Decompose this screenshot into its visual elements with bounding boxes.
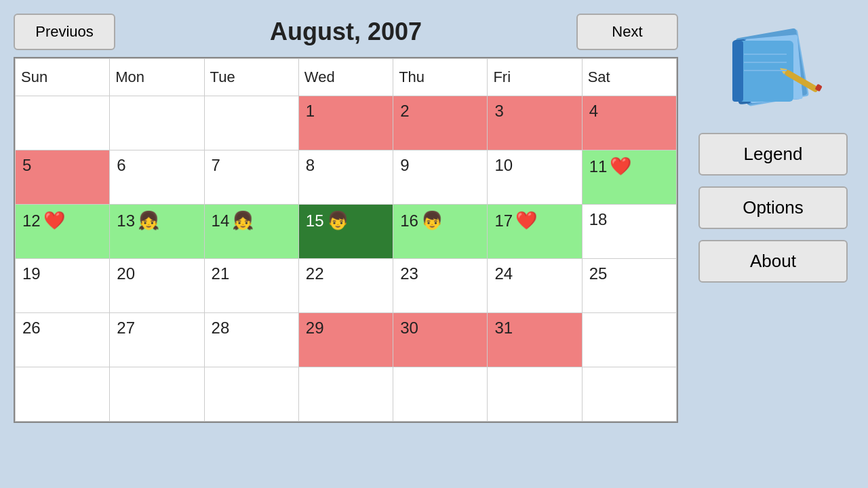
calendar-cell[interactable]: 29 <box>298 313 393 367</box>
calendar-cell[interactable]: 4 <box>582 96 676 150</box>
calendar-cell[interactable]: 25 <box>582 259 676 313</box>
day-number: 27 <box>117 319 135 338</box>
calendar-cell[interactable]: 17❤️ <box>488 205 582 259</box>
day-header-wed: Wed <box>298 59 393 96</box>
day-number: 13 <box>117 211 135 230</box>
calendar-cell <box>393 367 488 422</box>
day-number: 4 <box>589 102 598 121</box>
calendar-cell <box>298 367 393 422</box>
day-number: 15 <box>306 211 324 230</box>
day-number: 10 <box>494 156 513 175</box>
next-button[interactable]: Next <box>576 14 678 50</box>
day-number: 14 <box>212 211 230 230</box>
day-number: 19 <box>22 264 41 283</box>
day-number: 12 <box>22 211 41 230</box>
day-number: 1 <box>306 102 315 121</box>
calendar-cell[interactable]: 30 <box>393 313 488 367</box>
cell-icon: ❤️ <box>515 210 537 231</box>
day-number: 30 <box>400 319 418 338</box>
day-header-sat: Sat <box>582 59 676 96</box>
day-number: 28 <box>212 319 230 338</box>
calendar-section: Previuos August, 2007 Next SunMonTueWedT… <box>14 14 678 423</box>
day-header-fri: Fri <box>488 59 582 96</box>
day-header-tue: Tue <box>204 59 298 96</box>
calendar-cell[interactable]: 18 <box>582 205 676 259</box>
calendar-cell[interactable]: 14👧 <box>204 205 298 259</box>
day-number: 5 <box>22 156 31 175</box>
calendar-cell[interactable]: 23 <box>393 259 488 313</box>
calendar-cell[interactable]: 28 <box>204 313 298 367</box>
calendar-cell[interactable]: 22 <box>298 259 393 313</box>
calendar-cell[interactable]: 31 <box>488 313 582 367</box>
day-number: 26 <box>22 319 41 338</box>
calendar-cell[interactable]: 9 <box>393 150 488 205</box>
calendar-cell <box>110 367 204 422</box>
calendar-cell[interactable]: 20 <box>110 259 204 313</box>
day-number: 7 <box>212 156 220 175</box>
calendar-cell[interactable]: 13👧 <box>110 205 204 259</box>
calendar-cell <box>16 96 110 150</box>
day-header-thu: Thu <box>393 59 488 96</box>
calendar-cell <box>488 367 582 422</box>
day-number: 25 <box>589 264 608 283</box>
legend-button[interactable]: Legend <box>698 133 848 176</box>
day-number: 18 <box>589 210 608 229</box>
day-number: 20 <box>117 264 135 283</box>
cell-icon: ❤️ <box>610 156 631 177</box>
calendar-cell[interactable]: 2 <box>393 96 488 150</box>
day-header-mon: Mon <box>110 59 204 96</box>
calendar-cell <box>16 367 110 422</box>
calendar-cell[interactable]: 21 <box>204 259 298 313</box>
calendar-cell <box>110 96 204 150</box>
day-header-sun: Sun <box>16 59 110 96</box>
day-number: 11 <box>589 157 608 176</box>
calendar-cell[interactable]: 24 <box>488 259 582 313</box>
day-number: 22 <box>306 264 324 283</box>
cell-icon: 👦 <box>327 210 349 231</box>
day-number: 16 <box>400 211 418 230</box>
calendar-cell <box>204 96 298 150</box>
prev-button[interactable]: Previuos <box>14 14 115 50</box>
day-number: 31 <box>494 319 513 338</box>
day-number: 21 <box>212 264 230 283</box>
calendar-cell[interactable]: 19 <box>16 259 110 313</box>
day-number: 2 <box>400 102 409 121</box>
day-number: 8 <box>306 156 315 175</box>
cell-icon: 👧 <box>138 210 159 231</box>
month-title: August, 2007 <box>270 18 422 46</box>
calendar-header: Previuos August, 2007 Next <box>14 14 678 50</box>
right-panel: Legend Options About <box>692 14 854 283</box>
calendar-cell <box>582 367 676 422</box>
calendar-cell[interactable]: 5 <box>16 150 110 205</box>
cell-icon: ❤️ <box>43 210 65 231</box>
calendar-cell[interactable]: 7 <box>204 150 298 205</box>
calendar-cell[interactable]: 27 <box>110 313 204 367</box>
options-button[interactable]: Options <box>698 186 848 229</box>
calendar-cell[interactable]: 12❤️ <box>16 205 110 259</box>
calendar-cell[interactable]: 11❤️ <box>582 150 676 205</box>
calendar-cell[interactable]: 6 <box>110 150 204 205</box>
cell-icon: 👧 <box>232 210 254 231</box>
about-button[interactable]: About <box>698 240 848 283</box>
calendar-cell[interactable]: 1 <box>298 96 393 150</box>
calendar-grid: SunMonTueWedThuFriSat 1234567891011❤️12❤… <box>14 57 678 423</box>
book-icon <box>722 20 824 115</box>
day-number: 24 <box>494 264 513 283</box>
day-number: 3 <box>494 102 503 121</box>
calendar-cell <box>582 313 676 367</box>
day-number: 29 <box>306 319 324 338</box>
calendar-cell[interactable]: 10 <box>488 150 582 205</box>
calendar-cell <box>204 367 298 422</box>
day-number: 23 <box>400 264 418 283</box>
calendar-cell[interactable]: 26 <box>16 313 110 367</box>
svg-rect-6 <box>732 41 743 102</box>
day-number: 6 <box>117 156 125 175</box>
cell-icon: 👦 <box>421 210 443 231</box>
calendar-cell[interactable]: 3 <box>488 96 582 150</box>
day-number: 17 <box>494 211 513 230</box>
calendar-cell[interactable]: 15👦 <box>298 205 393 259</box>
calendar-cell[interactable]: 16👦 <box>393 205 488 259</box>
day-number: 9 <box>400 156 409 175</box>
calendar-cell[interactable]: 8 <box>298 150 393 205</box>
